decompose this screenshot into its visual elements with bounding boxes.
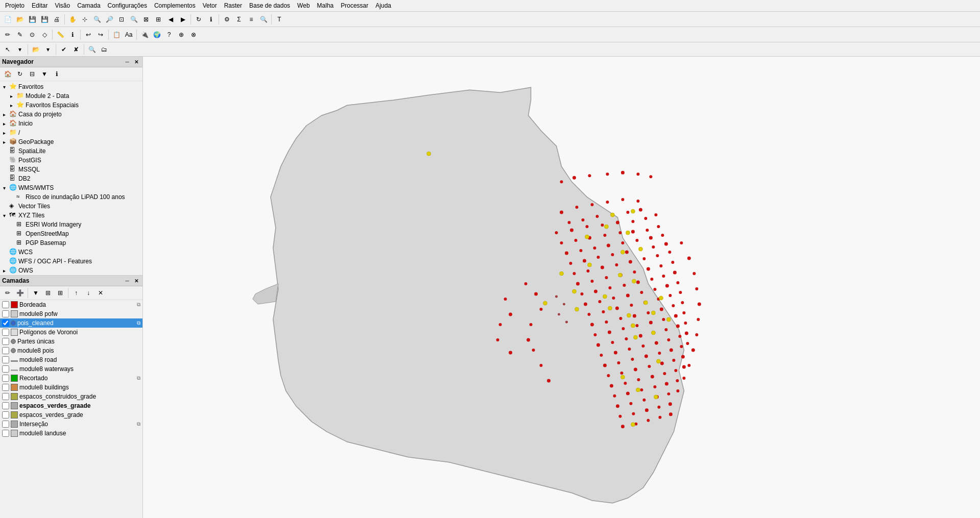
nav-tree-item[interactable]: 🐘PostGIS [0, 156, 142, 165]
ext1-btn[interactable]: ⊕ [176, 29, 187, 40]
nav-filter-btn[interactable]: ▼ [39, 68, 50, 80]
layer-dropdown-btn[interactable]: ▾ [42, 44, 54, 55]
menu-malha[interactable]: Malha [314, 1, 337, 10]
layer-item[interactable]: module8 buildings [0, 383, 142, 392]
nav-tree-item[interactable]: ▸🏠Inicio [0, 119, 142, 128]
nav-tree-item[interactable]: ⊞OpenStreetMap [0, 229, 142, 238]
layer-visibility-checkbox[interactable] [2, 329, 9, 336]
nav-tree-item[interactable]: ▸📦GeoPackage [0, 137, 142, 146]
nav-tree-item[interactable]: ▾🗺XYZ Tiles [0, 211, 142, 220]
nav-info-btn[interactable]: ℹ [51, 68, 62, 80]
layer-visibility-checkbox[interactable] [2, 375, 9, 382]
layer-item[interactable]: module8 landuse [0, 429, 142, 438]
open-btn[interactable]: 📂 [14, 14, 26, 25]
redo-btn[interactable]: ↪ [95, 29, 106, 40]
layers-down-btn[interactable]: ↓ [83, 287, 94, 299]
layer-visibility-checkbox[interactable] [2, 301, 9, 308]
nav-tree-item[interactable]: ▸🏠Casa do projeto [0, 110, 142, 119]
layer-item[interactable]: espacos_construidos_grade [0, 392, 142, 401]
zoom-all-btn[interactable]: ⊞ [153, 14, 164, 25]
menu-processar[interactable]: Processar [338, 1, 371, 10]
zoom-layer-btn[interactable]: ⊠ [140, 14, 152, 25]
help-btn[interactable]: ? [163, 29, 175, 40]
menu-camada[interactable]: Camada [74, 1, 103, 10]
search-btn[interactable]: 🔍 [258, 14, 269, 25]
select-btn[interactable]: ⊹ [79, 14, 90, 25]
zoom-prev-btn[interactable]: ◀ [165, 14, 176, 25]
layer-visibility-checkbox[interactable] [2, 393, 9, 400]
menu-vetor[interactable]: Vetor [200, 1, 220, 10]
python-btn[interactable]: Σ [233, 14, 245, 25]
layer-item[interactable]: espacos_verdes_graade [0, 401, 142, 410]
label-btn[interactable]: Aa [123, 29, 134, 40]
layer-visibility-checkbox[interactable] [2, 365, 9, 373]
zoom-select-btn[interactable]: 🔍 [128, 14, 139, 25]
text-btn[interactable]: T [274, 14, 285, 25]
nav-collapse-btn[interactable]: ⊟ [27, 68, 38, 80]
layer-visibility-checkbox[interactable] [2, 402, 9, 409]
nav-tree-item[interactable]: ▸⭐Favoritos Espaciais [0, 101, 142, 110]
layer-visibility-checkbox[interactable] [2, 347, 9, 354]
processing-btn[interactable]: ⚙ [221, 14, 232, 25]
atlas-btn[interactable]: 📋 [111, 29, 122, 40]
nav-refresh-btn[interactable]: ↻ [14, 68, 26, 80]
save-btn[interactable]: 💾 [27, 14, 38, 25]
nav-tree-item[interactable]: ◈Vector Tiles [0, 202, 142, 211]
nav-home-btn[interactable]: 🏠 [2, 68, 13, 80]
layers-remove-btn[interactable]: ✕ [95, 287, 106, 299]
select-dropdown-btn[interactable]: ▾ [14, 44, 26, 55]
layers-up-btn[interactable]: ↑ [70, 287, 82, 299]
layer-item[interactable]: Interseção⧉ [0, 420, 142, 429]
layers-add-btn[interactable]: ➕ [14, 287, 26, 299]
nav-tree-item[interactable]: ≈Risco de inundação LiPAD 100 anos [0, 192, 142, 202]
refresh-btn[interactable]: ↻ [193, 14, 204, 25]
layer-visibility-checkbox[interactable] [2, 356, 9, 363]
nav-tree-item[interactable]: 🗄SpatiaLite [0, 146, 142, 156]
layers-group-btn[interactable]: ⊞ [42, 287, 54, 299]
menu-visao[interactable]: Visão [52, 1, 73, 10]
select2-btn[interactable]: ✔ [58, 44, 69, 55]
menu-raster[interactable]: Raster [221, 1, 245, 10]
save-as-btn[interactable]: 💾 [39, 14, 50, 25]
layer-item[interactable]: Partes únicas [0, 337, 142, 346]
measure-btn[interactable]: 📏 [55, 29, 66, 40]
layer-visibility-checkbox[interactable] [2, 338, 9, 345]
ext2-btn[interactable]: ⊗ [188, 29, 199, 40]
navigator-minimize-btn[interactable]: ─ [123, 58, 131, 66]
nav-tree-item[interactable]: 🗄DB2 [0, 174, 142, 183]
layers-open-btn[interactable]: ✏ [2, 287, 13, 299]
print-btn[interactable]: 🖨 [51, 14, 62, 25]
feature-search-btn[interactable]: 🔍 [86, 44, 98, 55]
menu-basedados[interactable]: Base de dados [246, 1, 293, 10]
menu-configuracoes[interactable]: Configurações [105, 1, 150, 10]
layer-visibility-checkbox[interactable] [2, 319, 9, 327]
nav-tree-item[interactable]: ▸🌐OWS [0, 266, 142, 275]
nav-tree-item[interactable]: ⊞ESRI World Imagery [0, 220, 142, 229]
menu-ajuda[interactable]: Ajuda [372, 1, 394, 10]
open-layer-btn[interactable]: 📂 [30, 44, 41, 55]
zoom-next-btn[interactable]: ▶ [177, 14, 188, 25]
layers-close-btn[interactable]: ✕ [132, 277, 140, 285]
nav-tree-item[interactable]: ▾🌐WMS/WMTS [0, 183, 142, 192]
layers-filter-btn[interactable]: ▼ [30, 287, 41, 299]
undo-btn[interactable]: ↩ [83, 29, 94, 40]
globe-btn[interactable]: 🌍 [151, 29, 162, 40]
plugins-btn[interactable]: 🔌 [139, 29, 150, 40]
layer-item[interactable]: module8 road [0, 355, 142, 364]
zoom-in-btn[interactable]: 🔍 [91, 14, 103, 25]
layers-minimize-btn[interactable]: ─ [123, 277, 131, 285]
nav-tree-item[interactable]: ⊞PGP Basemap [0, 238, 142, 248]
layer-item[interactable]: Recortado⧉ [0, 374, 142, 383]
layer-item[interactable]: module8 pofw [0, 309, 142, 318]
layer-visibility-checkbox[interactable] [2, 430, 9, 437]
nav-tree-item[interactable]: 🌐WFS / OGC API - Features [0, 257, 142, 266]
nav-tree-item[interactable]: ▸📁/ [0, 128, 142, 137]
layer-visibility-checkbox[interactable] [2, 421, 9, 428]
node-btn[interactable]: ⊙ [27, 29, 38, 40]
nav-tree-item[interactable]: 🗄MSSQL [0, 165, 142, 174]
zoom-box-btn[interactable]: ⊡ [116, 14, 127, 25]
layer-item[interactable]: espacos_verdes_grade [0, 410, 142, 420]
layer-item[interactable]: Bordeada⧉ [0, 300, 142, 309]
menu-projeto[interactable]: Projeto [2, 1, 28, 10]
navigator-close-btn[interactable]: ✕ [132, 58, 140, 66]
